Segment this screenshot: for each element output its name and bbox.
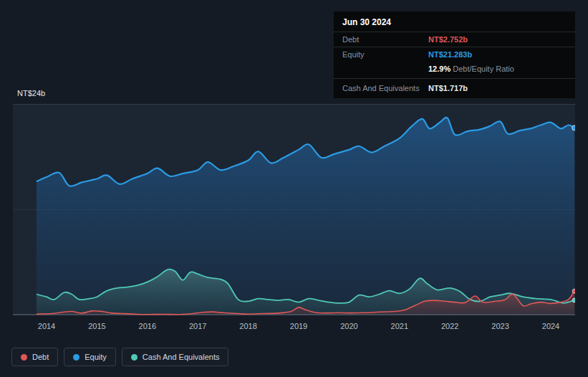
x-axis-tick-label: 2023: [491, 322, 509, 330]
cash-legend-dot-icon: [131, 354, 138, 361]
legend: Debt Equity Cash And Equivalents: [11, 348, 228, 366]
legend-equity-label: Equity: [85, 353, 107, 361]
legend-debt-label: Debt: [32, 353, 49, 361]
cash-end-dot: [572, 298, 575, 302]
tooltip-debt-value: NT$2.752b: [428, 35, 567, 44]
debt-end-dot: [572, 289, 575, 293]
x-axis-tick-label: 2019: [290, 322, 307, 330]
tooltip-equity-value: NT$21.283b: [428, 50, 567, 59]
tooltip-cash-label: Cash And Equivalents: [342, 84, 428, 92]
tooltip-ratio-value: 12.9%: [428, 65, 450, 73]
x-axis-tick-label: 2021: [391, 322, 408, 330]
x-axis-tick-label: 2014: [38, 322, 55, 330]
tooltip-cash-value: NT$1.717b: [428, 84, 567, 92]
tooltip-row-ratio: 12.9% Debt/Equity Ratio: [334, 62, 575, 79]
legend-item-equity[interactable]: Equity: [64, 348, 116, 366]
x-axis-tick-label: 2018: [239, 322, 256, 330]
x-axis-tick-label: 2015: [88, 322, 105, 330]
tooltip-ratio: 12.9% Debt/Equity Ratio: [428, 65, 567, 73]
tooltip-ratio-label: Debt/Equity Ratio: [453, 65, 514, 73]
chart-plot-area[interactable]: [13, 104, 575, 315]
tooltip-row-debt: Debt NT$2.752b: [334, 32, 575, 47]
x-axis-tick-label: 2022: [441, 322, 458, 330]
tooltip: Jun 30 2024 Debt NT$2.752b Equity NT$21.…: [334, 11, 575, 98]
x-axis-tick-label: 2020: [340, 322, 357, 330]
tooltip-debt-label: Debt: [342, 35, 428, 44]
x-axis-tick-label: 2016: [139, 322, 156, 330]
legend-cash-label: Cash And Equivalents: [143, 353, 220, 361]
y-axis-label-max: NT$24b: [17, 89, 45, 97]
legend-item-cash[interactable]: Cash And Equivalents: [122, 348, 229, 366]
tooltip-equity-label: Equity: [342, 50, 428, 59]
legend-item-debt[interactable]: Debt: [11, 348, 58, 366]
x-axis-tick-label: 2017: [189, 322, 206, 330]
equity-legend-dot-icon: [73, 354, 79, 361]
tooltip-row-cash: Cash And Equivalents NT$1.717b: [334, 79, 575, 98]
x-axis-labels: 2014201520162017201820192020202120222023…: [0, 322, 588, 333]
debt-equity-history-chart: NT$24b NT$0 2014201520162017201820192020…: [0, 0, 588, 377]
tooltip-row-equity: Equity NT$21.283b: [334, 47, 575, 62]
debt-legend-dot-icon: [21, 354, 27, 361]
tooltip-date: Jun 30 2024: [334, 11, 575, 32]
x-axis-tick-label: 2024: [542, 322, 559, 330]
equity-end-dot: [572, 125, 575, 130]
